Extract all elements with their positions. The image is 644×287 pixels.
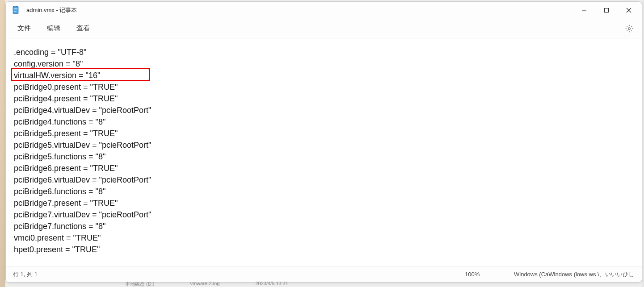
settings-button[interactable] [620,20,638,37]
menu-edit[interactable]: 编辑 [39,21,68,36]
text-line[interactable]: pciBridge5.functions = "8" [13,151,636,162]
text-line[interactable]: config.version = "8" [13,58,636,70]
taskbar-item: 2023/4/5 13:31 [255,281,288,287]
text-editor[interactable]: .encoding = "UTF-8"config.version = "8"v… [6,38,642,266]
text-line[interactable]: pciBridge7.present = "TRUE" [13,197,636,209]
text-line[interactable]: vmci0.present = "TRUE" [13,232,636,244]
status-cursor-position: 行 1, 列 1 [13,270,465,279]
taskbar-fragment: 本地磁盘 (D:) vmware-2.log 2023/4/5 13:31 [125,281,288,287]
text-line[interactable]: hpet0.present = "TRUE" [13,244,636,255]
menu-file[interactable]: 文件 [9,21,39,36]
taskbar-item: 本地磁盘 (D:) [125,281,154,287]
notepad-icon [11,6,20,15]
text-line[interactable]: pciBridge7.virtualDev = "pcieRootPort" [13,209,636,220]
text-line[interactable]: pciBridge6.virtualDev = "pcieRootPort" [13,174,636,186]
svg-rect-9 [605,8,609,12]
text-line[interactable]: pciBridge6.functions = "8" [13,186,636,197]
text-line[interactable]: .encoding = "UTF-8" [13,46,636,58]
text-line[interactable]: pciBridge4.present = "TRUE" [13,93,636,104]
window-controls [573,2,640,19]
background-right-strip [642,0,644,287]
svg-point-7 [17,6,17,7]
titlebar: admin.vmx - 记事本 [6,2,642,19]
menubar: 文件 编辑 查看 [6,19,642,38]
text-line[interactable]: virtualHW.version = "16" [13,70,636,81]
background-left-strip [0,0,5,287]
menu-view[interactable]: 查看 [68,21,98,36]
text-line[interactable]: pciBridge4.virtualDev = "pcieRootPort" [13,104,636,116]
statusbar: 行 1, 列 1 100% Windows (CaWindows (lows w… [6,266,642,282]
svg-rect-0 [13,7,18,14]
minimize-button[interactable] [573,2,595,19]
svg-point-5 [14,6,15,7]
svg-point-12 [628,27,631,29]
notepad-window: admin.vmx - 记事本 文件 编辑 查看 .encoding = "UT… [5,1,642,283]
text-line[interactable]: pciBridge0.present = "TRUE" [13,81,636,93]
window-title: admin.vmx - 记事本 [26,6,77,14]
text-line[interactable]: pciBridge5.present = "TRUE" [13,128,636,139]
text-line[interactable]: pciBridge6.present = "TRUE" [13,162,636,174]
status-zoom: 100% [465,271,514,278]
text-content[interactable]: .encoding = "UTF-8"config.version = "8"v… [13,46,636,255]
text-line[interactable]: pciBridge7.functions = "8" [13,220,636,232]
status-platform: Windows (CaWindows (lows ws \、いいいひしろふ [514,270,635,279]
taskbar-item: vmware-2.log [190,281,219,287]
text-line[interactable]: pciBridge4.functions = "8" [13,116,636,128]
close-button[interactable] [618,2,640,19]
text-line[interactable]: pciBridge5.virtualDev = "pcieRootPort" [13,139,636,151]
svg-point-6 [15,6,16,7]
maximize-button[interactable] [595,2,618,19]
